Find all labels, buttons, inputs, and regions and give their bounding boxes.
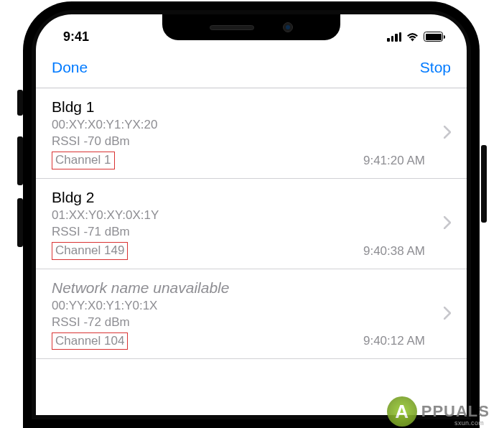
network-list: Bldg 1 00:XY:X0:Y1:YX:20 RSSI -70 dBm Ch… (36, 88, 467, 359)
network-row[interactable]: Bldg 1 00:XY:X0:Y1:YX:20 RSSI -70 dBm Ch… (36, 88, 467, 179)
front-camera (283, 22, 293, 32)
network-rssi: RSSI -72 dBm (52, 315, 451, 331)
watermark: A PPUALS (387, 396, 490, 427)
chevron-right-icon (444, 304, 451, 324)
network-mac: 00:XY:X0:Y1:YX:20 (52, 117, 451, 134)
status-icons (387, 32, 445, 42)
phone-volume-down (17, 198, 23, 247)
watermark-text: PPUALS (421, 402, 490, 421)
chevron-right-icon (444, 123, 451, 143)
wifi-icon (406, 32, 419, 42)
network-timestamp: 9:40:38 AM (363, 244, 425, 259)
phone-power-button (481, 145, 487, 223)
network-channel: Channel 1 (52, 152, 115, 169)
network-name: Bldg 2 (52, 189, 451, 206)
cellular-signal-icon (387, 32, 401, 42)
network-row[interactable]: Network name unavailable 00:YY:X0:Y1:Y0:… (36, 269, 467, 360)
chevron-right-icon (444, 213, 451, 233)
network-mac: 01:XX:Y0:XY:0X:1Y (52, 208, 451, 224)
battery-icon (424, 32, 445, 42)
network-timestamp: 9:41:20 AM (363, 154, 425, 168)
phone-volume-up (17, 136, 23, 185)
phone-screen: 9:41 Done Stop (36, 14, 467, 415)
network-channel: Channel 149 (52, 242, 128, 260)
phone-notch (162, 14, 340, 40)
network-name: Bldg 1 (52, 98, 451, 116)
network-rssi: RSSI -71 dBm (52, 224, 451, 241)
phone-frame: 9:41 Done Stop (23, 1, 480, 428)
network-row[interactable]: Bldg 2 01:XX:Y0:XY:0X:1Y RSSI -71 dBm Ch… (36, 179, 467, 269)
nav-bar: Done Stop (36, 49, 467, 88)
network-mac: 00:YY:X0:Y1:Y0:1X (52, 298, 451, 315)
network-channel: Channel 104 (52, 332, 128, 350)
network-rssi: RSSI -70 dBm (52, 134, 451, 150)
phone-mute-switch (17, 90, 23, 116)
stop-button[interactable]: Stop (420, 59, 451, 76)
network-timestamp: 9:40:12 AM (363, 334, 425, 348)
network-name-unavailable: Network name unavailable (52, 279, 451, 297)
speaker-grille (210, 25, 254, 30)
status-time: 9:41 (63, 29, 89, 45)
done-button[interactable]: Done (52, 59, 88, 76)
watermark-logo-icon: A (387, 396, 417, 427)
